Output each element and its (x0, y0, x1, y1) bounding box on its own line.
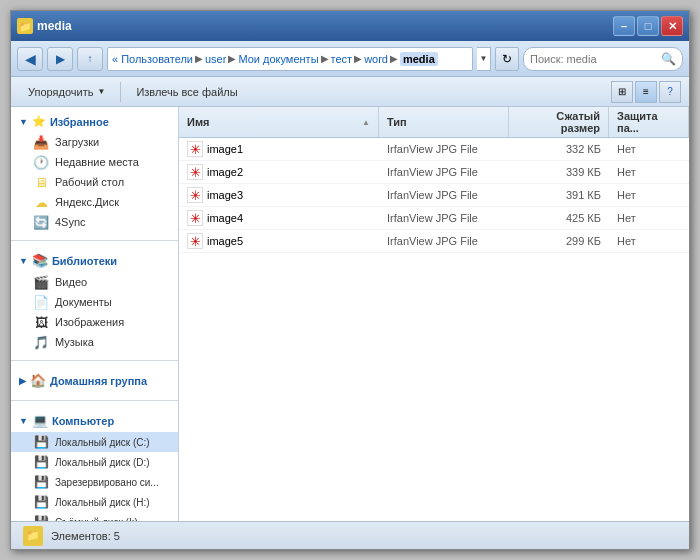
sidebar-item-images-label: Изображения (55, 316, 124, 328)
file-type-4: IrfanView JPG File (379, 235, 509, 247)
close-button[interactable]: ✕ (661, 16, 683, 36)
breadcrumb-item-0[interactable]: « Пользователи (112, 53, 193, 65)
sep-1: ▶ (228, 53, 236, 64)
downloads-icon: 📥 (33, 134, 49, 150)
col-header-protect[interactable]: Защита па... (609, 107, 689, 137)
favorites-group: ▼ ⭐ Избранное 📥 Загрузки 🕐 Недавние мест… (11, 107, 178, 236)
file-protect-4: Нет (609, 235, 689, 247)
file-name-2: image3 (179, 187, 379, 203)
libraries-icon: 📚 (32, 253, 48, 268)
maximize-button[interactable]: □ (637, 16, 659, 36)
breadcrumb-item-3[interactable]: тест (331, 53, 353, 65)
file-protect-0: Нет (609, 143, 689, 155)
file-protect-2: Нет (609, 189, 689, 201)
homegroup-label: Домашняя группа (50, 375, 147, 387)
sep-0: ▶ (195, 53, 203, 64)
sep-3: ▶ (354, 53, 362, 64)
status-items-text: Элементов: 5 (51, 530, 120, 542)
sidebar-item-music-label: Музыка (55, 336, 94, 348)
explorer-window: 📁 media – □ ✕ ◀ ▶ ↑ « Пользователи ▶ use… (10, 10, 690, 550)
file-icon-1 (187, 164, 203, 180)
col-type-label: Тип (387, 116, 407, 128)
table-row[interactable]: image2 IrfanView JPG File 339 КБ Нет (179, 161, 689, 184)
status-bar: 📁 Элементов: 5 (11, 521, 689, 549)
breadcrumb-item-5[interactable]: media (400, 52, 438, 66)
sidebar-item-desktop[interactable]: 🖥 Рабочий стол (11, 172, 178, 192)
table-row[interactable]: image5 IrfanView JPG File 299 КБ Нет (179, 230, 689, 253)
sidebar-item-drive-i[interactable]: 💾 Съёмный диск (I:) (11, 512, 178, 521)
table-row[interactable]: image3 IrfanView JPG File 391 КБ Нет (179, 184, 689, 207)
col-name-sort-icon: ▲ (362, 118, 370, 127)
file-list-header: Имя ▲ Тип Сжатый размер Защита па... (179, 107, 689, 138)
file-icon-2 (187, 187, 203, 203)
table-row[interactable]: image1 IrfanView JPG File 332 КБ Нет (179, 138, 689, 161)
help-button[interactable]: ? (659, 81, 681, 103)
title-bar-controls: – □ ✕ (613, 16, 683, 36)
breadcrumb-item-1[interactable]: user (205, 53, 226, 65)
col-header-type[interactable]: Тип (379, 107, 509, 137)
forward-button[interactable]: ▶ (47, 47, 73, 71)
sidebar-item-4sync-label: 4Sync (55, 216, 86, 228)
homegroup-header[interactable]: ▶ 🏠 Домашняя группа (11, 369, 178, 392)
search-box[interactable]: 🔍 (523, 47, 683, 71)
sidebar-item-drive-h[interactable]: 💾 Локальный диск (H:) (11, 492, 178, 512)
view-details-button[interactable]: ≡ (635, 81, 657, 103)
view-list-button[interactable]: ⊞ (611, 81, 633, 103)
breadcrumb-bar[interactable]: « Пользователи ▶ user ▶ Мои документы ▶ … (107, 47, 473, 71)
sidebar-item-desktop-label: Рабочий стол (55, 176, 124, 188)
sidebar-item-drive-c[interactable]: 💾 Локальный диск (C:) (11, 432, 178, 452)
sidebar-item-documents-label: Документы (55, 296, 112, 308)
sidebar: ▼ ⭐ Избранное 📥 Загрузки 🕐 Недавние мест… (11, 107, 179, 521)
sidebar-item-video[interactable]: 🎬 Видео (11, 272, 178, 292)
file-size-1: 339 КБ (509, 166, 609, 178)
sidebar-item-images[interactable]: 🖼 Изображения (11, 312, 178, 332)
search-input[interactable] (530, 53, 657, 65)
col-header-size[interactable]: Сжатый размер (509, 107, 609, 137)
table-row[interactable]: image4 IrfanView JPG File 425 КБ Нет (179, 207, 689, 230)
file-protect-1: Нет (609, 166, 689, 178)
up-button[interactable]: ↑ (77, 47, 103, 71)
window-title: media (37, 19, 72, 33)
file-icon-3 (187, 210, 203, 226)
divider-3 (11, 400, 178, 401)
drive-h-label: Локальный диск (H:) (55, 497, 150, 508)
sidebar-item-reserved[interactable]: 💾 Зарезервировано си... (11, 472, 178, 492)
file-icon-4 (187, 233, 203, 249)
title-bar-left: 📁 media (17, 18, 72, 34)
organize-label: Упорядочить (28, 86, 93, 98)
extract-button[interactable]: Извлечь все файлы (127, 80, 246, 104)
sidebar-item-drive-d[interactable]: 💾 Локальный диск (D:) (11, 452, 178, 472)
file-name-0: image1 (179, 141, 379, 157)
libraries-header[interactable]: ▼ 📚 Библиотеки (11, 249, 178, 272)
sidebar-item-yandex[interactable]: ☁ Яндекс.Диск (11, 192, 178, 212)
breadcrumb-item-4[interactable]: word (364, 53, 388, 65)
divider-2 (11, 360, 178, 361)
drive-i-icon: 💾 (33, 514, 49, 521)
col-header-name[interactable]: Имя ▲ (179, 107, 379, 137)
sidebar-item-recent[interactable]: 🕐 Недавние места (11, 152, 178, 172)
drive-h-icon: 💾 (33, 494, 49, 510)
organize-arrow-icon: ▼ (97, 87, 105, 96)
favorites-arrow-icon: ▼ (19, 117, 28, 127)
toolbar: Упорядочить ▼ Извлечь все файлы ⊞ ≡ ? (11, 77, 689, 107)
breadcrumb-dropdown[interactable]: ▼ (477, 47, 491, 71)
file-type-1: IrfanView JPG File (379, 166, 509, 178)
sidebar-item-4sync[interactable]: 🔄 4Sync (11, 212, 178, 232)
favorites-header[interactable]: ▼ ⭐ Избранное (11, 111, 178, 132)
sidebar-item-downloads[interactable]: 📥 Загрузки (11, 132, 178, 152)
refresh-button[interactable]: ↻ (495, 47, 519, 71)
back-button[interactable]: ◀ (17, 47, 43, 71)
title-bar: 📁 media – □ ✕ (11, 11, 689, 41)
computer-header[interactable]: ▼ 💻 Компьютер (11, 409, 178, 432)
organize-button[interactable]: Упорядочить ▼ (19, 80, 114, 104)
sidebar-item-documents[interactable]: 📄 Документы (11, 292, 178, 312)
favorites-label: Избранное (50, 116, 109, 128)
file-icon-0 (187, 141, 203, 157)
drive-d-label: Локальный диск (D:) (55, 457, 150, 468)
minimize-button[interactable]: – (613, 16, 635, 36)
libraries-label: Библиотеки (52, 255, 117, 267)
breadcrumb-item-2[interactable]: Мои документы (238, 53, 318, 65)
sidebar-item-music[interactable]: 🎵 Музыка (11, 332, 178, 352)
address-bar: ◀ ▶ ↑ « Пользователи ▶ user ▶ Мои докуме… (11, 41, 689, 77)
file-type-0: IrfanView JPG File (379, 143, 509, 155)
